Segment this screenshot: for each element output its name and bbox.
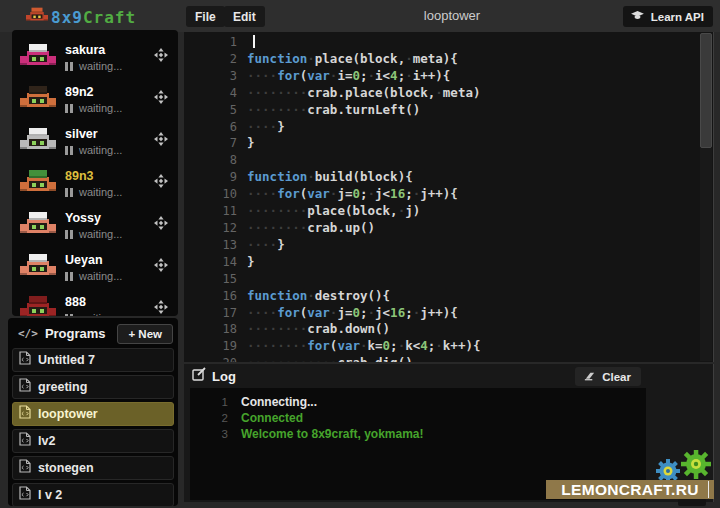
player-row[interactable]: silverwaiting...: [12, 120, 178, 162]
code-line[interactable]: 10····for(var·j=0;·j<16;·j++){: [184, 186, 713, 203]
top-bar: 8x9Craft File Edit looptower Learn API: [0, 0, 720, 32]
code-text: ····for(var·j=0;·j<16;·j++){: [247, 186, 458, 203]
code-text: ····}: [247, 237, 285, 254]
app-window: 8x9Craft File Edit looptower Learn API s…: [0, 0, 720, 508]
player-info: sakurawaiting...: [65, 43, 122, 78]
locate-compass-icon[interactable]: [154, 174, 168, 192]
code-line[interactable]: 20············crab.dig(): [184, 355, 713, 362]
code-line[interactable]: 1: [184, 34, 713, 51]
pause-icon: [65, 314, 68, 317]
pause-icon: [65, 188, 68, 197]
player-status: waiting...: [65, 102, 122, 114]
locate-compass-icon[interactable]: [154, 300, 168, 316]
player-row[interactable]: Yossywaiting...: [12, 204, 178, 246]
line-number: 18: [184, 321, 237, 338]
program-item[interactable]: Untitled 7: [12, 348, 174, 372]
locate-compass-icon[interactable]: [154, 90, 168, 108]
code-text: ········for(var·k=0;·k<4;·k++){: [247, 338, 480, 355]
log-line-number: 3: [190, 426, 228, 442]
player-status: waiting...: [65, 60, 122, 72]
code-line[interactable]: 9function·build(block){: [184, 169, 713, 186]
clear-log-button[interactable]: Clear: [575, 367, 641, 386]
program-file-icon: [19, 459, 31, 477]
code-line[interactable]: 7}: [184, 135, 713, 152]
editor-scrollbar-thumb[interactable]: [700, 33, 712, 148]
player-info: Ueyanwaiting...: [65, 253, 122, 288]
line-number: 15: [184, 271, 237, 288]
code-text: ········place(block,·j): [247, 203, 420, 220]
log-compose-icon: [192, 367, 206, 385]
watermark-tag: [678, 499, 706, 506]
pause-icon: [65, 230, 68, 239]
code-line[interactable]: 2function·place(block,·meta){: [184, 51, 713, 68]
program-file-icon: [19, 378, 31, 396]
player-status-text: waiting...: [79, 228, 122, 240]
pause-icon: [65, 104, 68, 113]
program-item[interactable]: stonegen: [12, 456, 174, 480]
code-line[interactable]: 12········crab.up(): [184, 220, 713, 237]
code-line[interactable]: 14}: [184, 254, 713, 271]
player-row[interactable]: 89n2waiting...: [12, 78, 178, 120]
programs-panel: </> Programs + New Untitled 7 greeting l…: [8, 318, 178, 506]
player-status: waiting...: [65, 144, 122, 156]
logo-text: 8x9Craft: [51, 8, 136, 27]
program-file-icon: [19, 405, 31, 423]
program-list: Untitled 7 greeting looptower lv2 stoneg…: [8, 348, 178, 506]
new-program-button[interactable]: + New: [117, 324, 173, 344]
player-status-text: waiting...: [79, 312, 122, 316]
locate-compass-icon[interactable]: [154, 48, 168, 66]
code-line[interactable]: 3····for(var·i=0;·i<4;·i++){: [184, 68, 713, 85]
code-line[interactable]: 13····}: [184, 237, 713, 254]
code-line[interactable]: 15: [184, 271, 713, 288]
pause-icon: [70, 188, 73, 197]
program-item[interactable]: looptower: [12, 402, 174, 426]
line-number: 2: [184, 51, 237, 68]
code-text: ············crab.dig(): [247, 355, 413, 362]
pause-icon: [65, 146, 68, 155]
log-entry: 1Connecting...: [190, 394, 646, 410]
graduation-cap-icon: [630, 10, 645, 23]
locate-compass-icon[interactable]: [154, 132, 168, 150]
player-name: silver: [65, 127, 122, 141]
player-info: 89n3waiting...: [65, 169, 122, 204]
program-item[interactable]: lv2: [12, 429, 174, 453]
program-item[interactable]: greeting: [12, 375, 174, 399]
code-line[interactable]: 4········crab.place(block,·meta): [184, 85, 713, 102]
pause-icon: [70, 62, 73, 71]
code-line[interactable]: 16function·destroy(){: [184, 288, 713, 305]
robot-avatar-icon: [20, 295, 56, 316]
player-status: waiting...: [65, 270, 122, 282]
player-status-text: waiting...: [79, 270, 122, 282]
editor-scrollbar-track[interactable]: [700, 33, 712, 361]
player-status: waiting...: [65, 312, 122, 316]
line-number: 12: [184, 220, 237, 237]
learn-api-button[interactable]: Learn API: [623, 6, 713, 27]
code-line[interactable]: 17····for(var·j=0;·j<16;·j++){: [184, 305, 713, 322]
code-line[interactable]: 5········crab.turnLeft(): [184, 102, 713, 119]
player-row[interactable]: Ueyanwaiting...: [12, 246, 178, 288]
program-item[interactable]: l v 2: [12, 483, 174, 506]
player-row[interactable]: 888waiting...: [12, 288, 178, 316]
code-line[interactable]: 6····}: [184, 119, 713, 136]
log-header: Log Clear: [184, 364, 713, 388]
player-name: 89n2: [65, 85, 122, 99]
code-line[interactable]: 18········crab.down(): [184, 321, 713, 338]
code-text: function·build(block){: [247, 169, 413, 186]
log-line-number: 1: [190, 394, 228, 410]
locate-compass-icon[interactable]: [154, 258, 168, 276]
code-editor[interactable]: 12function·place(block,·meta){3····for(v…: [184, 32, 714, 362]
player-info: 89n2waiting...: [65, 85, 122, 120]
code-line[interactable]: 11········place(block,·j): [184, 203, 713, 220]
pause-icon: [65, 272, 68, 281]
code-line[interactable]: 19········for(var·k=0;·k<4;·k++){: [184, 338, 713, 355]
player-name: 89n3: [65, 169, 122, 183]
locate-compass-icon[interactable]: [154, 216, 168, 234]
player-row[interactable]: sakurawaiting...: [12, 36, 178, 78]
player-row[interactable]: 89n3waiting...: [12, 162, 178, 204]
code-icon: </>: [18, 327, 38, 340]
code-text: ········crab.turnLeft(): [247, 102, 420, 119]
pause-icon: [70, 314, 73, 317]
player-status-text: waiting...: [79, 102, 122, 114]
robot-avatar-icon: [20, 127, 56, 162]
code-line[interactable]: 8: [184, 152, 713, 169]
